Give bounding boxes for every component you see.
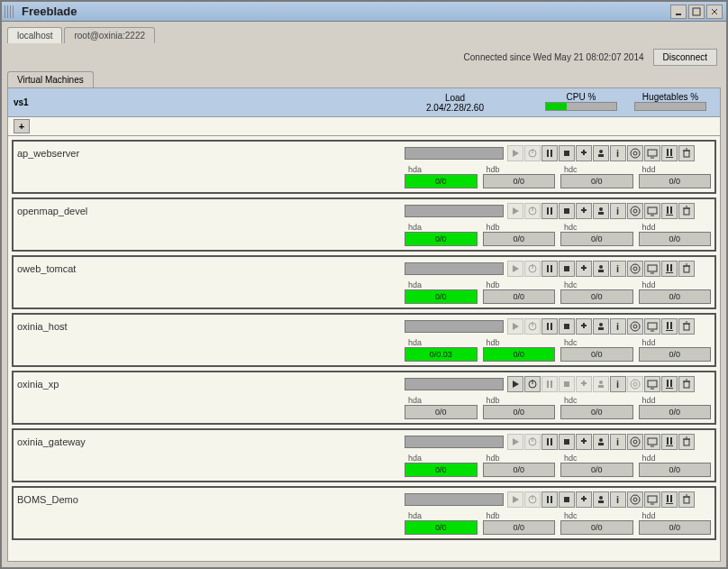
vm-snapshot-button[interactable] (593, 491, 609, 508)
disk-row: hda0/0hdb0/0hdc0/0hdd0/0 (17, 165, 711, 188)
vm-disc-button[interactable] (627, 491, 643, 508)
svg-rect-59 (648, 265, 657, 271)
vm-disc-button[interactable] (627, 203, 643, 219)
disk-bar: 0/0 (560, 463, 633, 477)
vm-snapshot-button[interactable] (593, 261, 609, 277)
vm-delete-button[interactable] (678, 491, 695, 508)
svg-rect-55 (598, 270, 604, 272)
vm-pause-button[interactable] (541, 318, 558, 335)
vm-disc-button[interactable] (627, 145, 643, 161)
vm-eject-button[interactable] (661, 434, 678, 450)
vm-pause-button[interactable] (541, 434, 558, 450)
vm-console-button[interactable] (644, 318, 660, 335)
vm-pause-button[interactable] (541, 203, 558, 219)
vm-console-button[interactable] (644, 203, 660, 219)
vm-snapshot-button[interactable] (593, 434, 609, 450)
vm-disc-button[interactable] (627, 434, 643, 450)
vm-info-button[interactable]: i (610, 376, 626, 392)
connection-tab-0[interactable]: localhost (7, 27, 62, 43)
content-area: vs1 Load 2.04/2.28/2.60 CPU % Hugetables… (7, 87, 721, 562)
disk-bar: 0/0 (560, 232, 633, 246)
vm-info-button[interactable]: i (610, 261, 626, 277)
snapshot-icon (596, 494, 606, 505)
vm-kill-button[interactable] (576, 434, 592, 450)
vm-name: oxinia_gateway (17, 436, 405, 447)
vm-info-button[interactable]: i (610, 491, 626, 508)
vm-info-button[interactable]: i (610, 203, 626, 219)
vm-stop-button[interactable] (559, 434, 575, 450)
vm-kill-button[interactable] (576, 145, 592, 161)
disk-hdb: hdb0/0 (483, 511, 556, 535)
vm-info-button[interactable]: i (610, 434, 626, 450)
svg-rect-127 (684, 439, 689, 445)
vm-eject-button[interactable] (661, 261, 678, 277)
vm-disc-button (627, 376, 643, 392)
vm-eject-button[interactable] (661, 376, 678, 392)
disk-bar: 0/0.03 (405, 347, 478, 362)
vm-stop-button[interactable] (559, 145, 575, 161)
close-button[interactable] (706, 5, 723, 19)
load-value: 2.04/2.28/2.60 (374, 103, 536, 113)
disk-hdb: hdb0/0 (483, 280, 556, 304)
vm-stop-button[interactable] (559, 318, 575, 335)
vm-eject-button[interactable] (661, 145, 678, 161)
vm-console-button[interactable] (644, 491, 660, 508)
vm-disc-button[interactable] (627, 318, 643, 335)
svg-rect-9 (564, 151, 569, 156)
vm-eject-button[interactable] (661, 318, 678, 335)
vm-kill-button[interactable] (576, 261, 592, 277)
vm-delete-button[interactable] (678, 261, 695, 277)
vm-snapshot-button[interactable] (593, 318, 609, 335)
disk-hda: hda0/0 (405, 454, 478, 477)
vm-console-button[interactable] (644, 145, 660, 161)
vm-pause-button[interactable] (541, 145, 558, 161)
vm-info-button[interactable]: i (610, 318, 626, 335)
add-vm-button[interactable]: + (14, 119, 30, 133)
vm-stop-button[interactable] (559, 491, 575, 508)
svg-rect-82 (667, 322, 669, 329)
vm-stop-button[interactable] (559, 203, 575, 219)
vm-name: oweb_tomcat (17, 263, 405, 274)
vm-kill-button[interactable] (576, 203, 592, 219)
vm-row: oxinia_gatewayihda0/0hdb0/0hdc0/0hdd0/0 (12, 428, 716, 482)
vm-kill-button[interactable] (576, 491, 592, 508)
stop-icon (562, 322, 571, 331)
vm-console-button[interactable] (644, 434, 660, 450)
vm-info-button[interactable]: i (610, 145, 626, 161)
delete-icon (682, 148, 691, 159)
vm-snapshot-button[interactable] (593, 145, 609, 161)
svg-marker-67 (513, 323, 519, 330)
vm-delete-button[interactable] (678, 376, 695, 392)
minimize-button[interactable] (670, 5, 687, 19)
vm-eject-button[interactable] (661, 203, 678, 219)
maximize-button[interactable] (688, 5, 705, 19)
vm-delete-button[interactable] (678, 318, 695, 335)
vm-delete-button[interactable] (678, 145, 695, 161)
svg-point-100 (633, 382, 637, 386)
vm-pause-button[interactable] (541, 261, 558, 277)
vm-kill-button[interactable] (576, 318, 592, 335)
vm-console-button[interactable] (644, 261, 660, 277)
vm-play-button[interactable] (507, 376, 523, 392)
stop-icon (562, 264, 571, 273)
vm-console-button[interactable] (644, 376, 660, 392)
disk-row: hda0/0.03hdb0/0hdc0/0hdd0/0 (17, 338, 711, 362)
vm-delete-button[interactable] (678, 203, 695, 219)
disconnect-button[interactable]: Disconnect (653, 49, 717, 66)
vm-snapshot-button[interactable] (593, 203, 609, 219)
vm-disc-button[interactable] (627, 261, 643, 277)
vm-pause-button[interactable] (541, 491, 558, 508)
svg-rect-145 (667, 495, 669, 502)
vm-stop-button[interactable] (559, 261, 575, 277)
vm-power-button[interactable] (524, 376, 541, 392)
vm-eject-button[interactable] (661, 491, 678, 508)
power-icon (527, 148, 538, 159)
vm-play-button (507, 491, 523, 508)
connection-tab-1[interactable]: root@oxinia:2222 (64, 27, 155, 43)
vm-delete-button[interactable] (678, 434, 695, 450)
tab-virtual-machines[interactable]: Virtual Machines (7, 71, 94, 87)
vm-row: oxinia_hostihda0/0.03hdb0/0hdc0/0hdd0/0 (12, 313, 716, 367)
snapshot-icon (596, 206, 606, 216)
console-icon (647, 436, 658, 447)
disk-bar: 0/0 (405, 232, 478, 246)
